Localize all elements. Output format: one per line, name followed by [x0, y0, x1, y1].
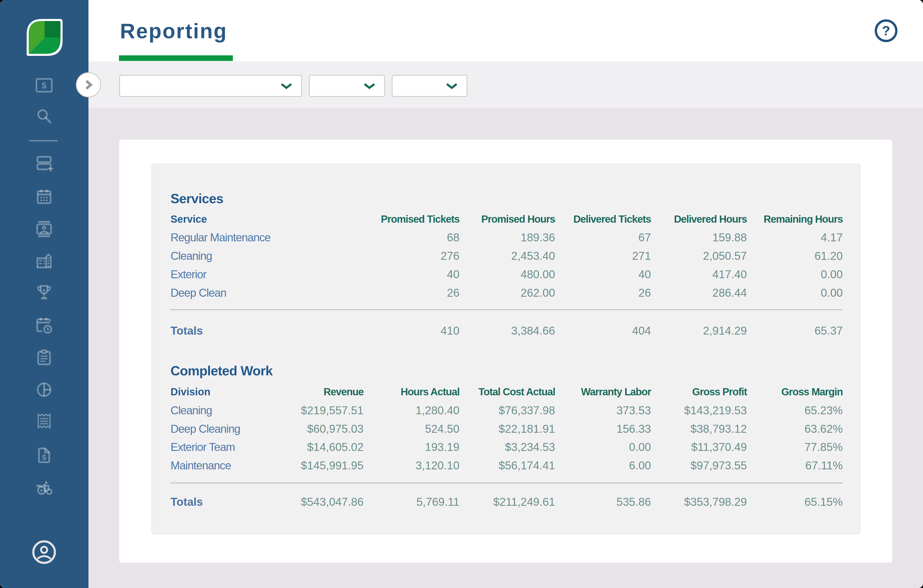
svg-text:$: $	[42, 453, 46, 462]
svg-text:$: $	[42, 80, 47, 90]
svg-text:?: ?	[882, 23, 890, 38]
